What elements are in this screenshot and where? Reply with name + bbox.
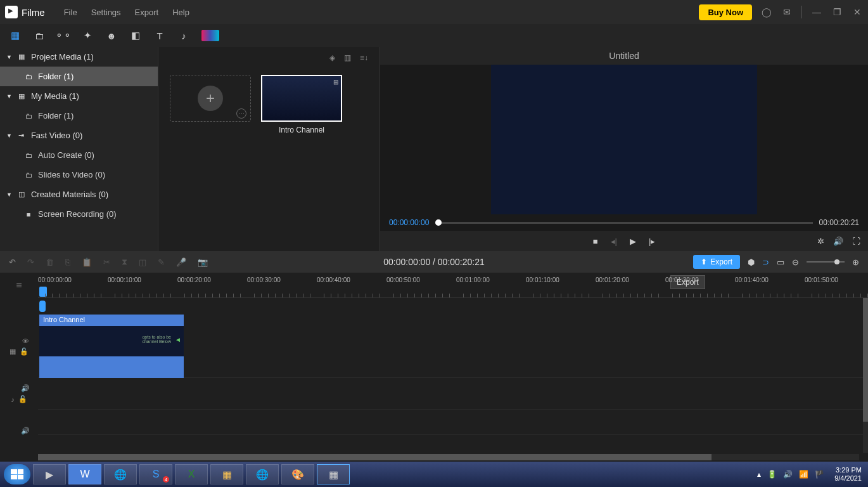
clip-thumbnail[interactable]: ⊞	[261, 75, 342, 122]
speaker-icon[interactable]: 🔊	[21, 427, 30, 435]
volume-icon[interactable]: 🔊	[833, 237, 843, 246]
scroll-thumb[interactable]	[38, 454, 712, 460]
magnet-icon[interactable]: ⊃	[762, 257, 769, 267]
zoom-out-icon[interactable]: ⊖	[792, 257, 799, 267]
webcam-icon[interactable]: 📷	[198, 257, 208, 267]
crop-icon[interactable]: ◫	[139, 257, 146, 267]
notification-icon[interactable]: ✉	[781, 6, 793, 18]
eye-icon[interactable]: 👁	[22, 337, 29, 345]
task-chrome2[interactable]: 🌐	[246, 464, 279, 484]
task-media-player[interactable]: ▶	[33, 464, 66, 484]
text-icon[interactable]: T	[153, 29, 166, 42]
sidebar-item-auto-create[interactable]: 🗀Auto Create (0)	[0, 145, 158, 165]
close-icon[interactable]: ✕	[852, 6, 863, 18]
timeline-v-scrollbar[interactable]	[863, 298, 868, 453]
audio-track-row-2[interactable]	[38, 410, 868, 435]
lock-icon[interactable]: 🔓	[20, 347, 29, 356]
more-icon[interactable]: ⋯	[236, 108, 246, 119]
task-chrome[interactable]: 🌐	[104, 464, 137, 484]
prev-frame-icon[interactable]: ◂|	[611, 237, 617, 246]
start-button[interactable]	[4, 464, 30, 484]
marker-icon[interactable]	[39, 301, 46, 312]
menu-settings[interactable]: Settings	[91, 8, 121, 17]
speaker-icon[interactable]: 🔊	[21, 384, 30, 393]
copy-icon[interactable]: ⎘	[65, 257, 70, 267]
settings-icon[interactable]: ✲	[817, 237, 824, 246]
audio-icon[interactable]: ♪	[177, 29, 190, 42]
play-icon[interactable]: ▶	[630, 237, 636, 246]
sidebar-group-created-materials[interactable]: ▼◫Created Materials (0)	[0, 185, 158, 204]
sidebar-item-screen-recording[interactable]: ■Screen Recording (0)	[0, 204, 158, 224]
paste-icon[interactable]: 📋	[82, 257, 92, 267]
effects-icon[interactable]: ✦	[81, 29, 94, 42]
task-filme[interactable]: ▦	[317, 464, 350, 484]
edit-icon[interactable]: ✎	[158, 257, 165, 267]
menu-file[interactable]: File	[64, 8, 77, 17]
minimize-icon[interactable]: —	[811, 6, 822, 18]
grid-view-icon[interactable]: ▥	[344, 53, 351, 62]
lock-icon[interactable]: 🔓	[18, 395, 27, 403]
task-excel[interactable]: X	[175, 464, 208, 484]
undo-icon[interactable]: ↶	[9, 257, 16, 267]
folder-icon: 🗀	[24, 72, 33, 81]
media-tab-icon[interactable]: ▦	[9, 29, 22, 42]
delete-icon[interactable]: 🗑	[46, 257, 54, 267]
export-button[interactable]: ⬆Export	[693, 255, 740, 269]
next-frame-icon[interactable]: |▸	[649, 237, 655, 246]
fullscreen-icon[interactable]: ⛶	[852, 237, 860, 246]
shield-icon[interactable]: ⬢	[748, 257, 755, 267]
sort-icon[interactable]: ≡↓	[360, 53, 368, 62]
video-track-row[interactable]: Intro Channel opts to also bechannel Bel…	[38, 315, 868, 378]
ratio-icon[interactable]: ▭	[777, 257, 784, 267]
zoom-slider[interactable]	[807, 261, 845, 263]
menu-help[interactable]: Help	[172, 8, 189, 17]
sidebar-group-project-media[interactable]: ▼▦Project Media (1)	[0, 47, 158, 67]
stop-icon[interactable]: ■	[593, 237, 598, 246]
layers-icon[interactable]: ◈	[329, 53, 335, 62]
timeline-body[interactable]: 00:00:00:0000:00:10:0000:00:20:0000:00:3…	[38, 273, 868, 462]
zoom-in-icon[interactable]: ⊕	[852, 257, 859, 267]
cut-icon[interactable]: ✂	[103, 257, 110, 267]
folder-icon[interactable]: 🗀	[33, 29, 46, 42]
redo-icon[interactable]: ↷	[27, 257, 34, 267]
maximize-icon[interactable]: ❐	[831, 6, 843, 18]
sidebar-item-folder[interactable]: 🗀Folder (1)	[0, 67, 158, 86]
clock[interactable]: 3:29 PM 9/4/2021	[834, 466, 862, 483]
color-gradient-icon[interactable]	[201, 30, 219, 41]
audio-track-row[interactable]	[38, 378, 868, 410]
menu-export[interactable]: Export	[135, 8, 159, 17]
media-clip-tile[interactable]: ⊞ Intro Channel	[261, 75, 342, 134]
sidebar-item-folder2[interactable]: 🗀Folder (1)	[0, 106, 158, 126]
scrub-handle[interactable]	[435, 219, 442, 226]
scroll-thumb[interactable]	[863, 298, 868, 422]
overlay-icon[interactable]: ◧	[129, 29, 142, 42]
timeline-ruler[interactable]: 00:00:00:0000:00:10:0000:00:20:0000:00:3…	[38, 273, 868, 298]
buy-now-button[interactable]: Buy Now	[699, 4, 752, 20]
emoji-icon[interactable]: ☻	[105, 29, 118, 42]
hamburger-icon[interactable]: ≡	[0, 273, 38, 298]
account-icon[interactable]: ◯	[761, 6, 772, 18]
timeline-clip[interactable]: Intro Channel opts to also bechannel Bel…	[39, 315, 184, 378]
volume-icon[interactable]: 🔊	[783, 470, 793, 479]
task-word[interactable]: W	[68, 464, 101, 484]
sidebar-group-my-media[interactable]: ▼▦My Media (1)	[0, 86, 158, 106]
split-icon[interactable]: ⧗	[122, 257, 127, 267]
add-media-tile[interactable]: + ⋯	[170, 75, 251, 122]
playhead-marker[interactable]	[39, 287, 47, 297]
preview-title: Untitled	[380, 47, 868, 65]
mic-icon[interactable]: 🎤	[176, 257, 186, 267]
wifi-icon[interactable]: 📶	[799, 470, 808, 479]
task-notes[interactable]: ▦	[210, 464, 243, 484]
nodes-icon[interactable]: ⚬⚬	[57, 29, 70, 42]
task-paint[interactable]: 🎨	[281, 464, 314, 484]
flag-icon[interactable]: 🏴	[815, 470, 824, 479]
sidebar-group-fast-video[interactable]: ▼⇥Fast Video (0)	[0, 126, 158, 145]
video-badge-icon: ⊞	[333, 79, 338, 86]
preview-frame[interactable]	[491, 65, 757, 214]
scrub-track[interactable]	[435, 222, 812, 224]
tray-up-icon[interactable]: ▴	[757, 470, 761, 479]
task-skype[interactable]: S4	[139, 464, 172, 484]
sidebar-item-slides-video[interactable]: 🗀Slides to Video (0)	[0, 165, 158, 185]
battery-icon[interactable]: 🔋	[767, 470, 777, 479]
timeline-h-scrollbar[interactable]	[38, 454, 859, 460]
